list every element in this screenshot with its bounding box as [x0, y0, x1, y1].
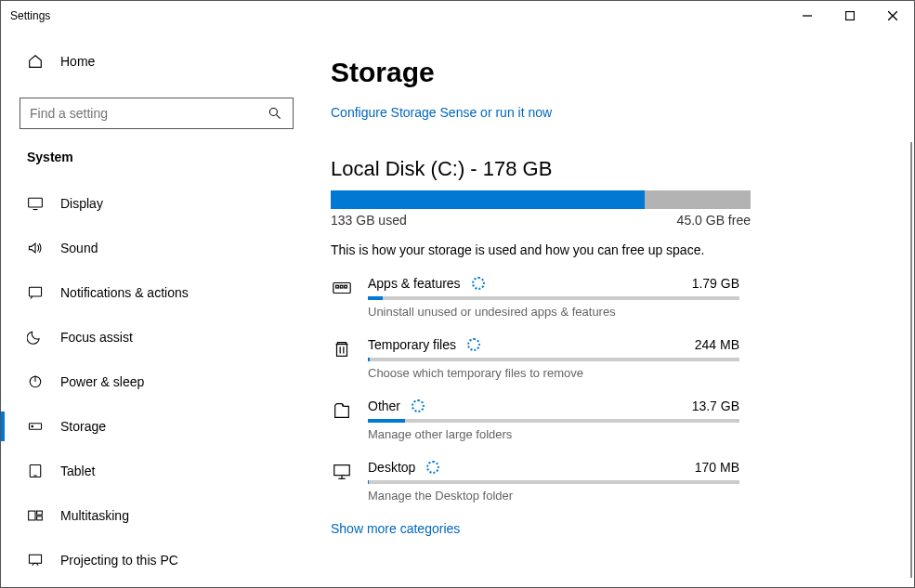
sidebar-item-focus-assist[interactable]: Focus assist [20, 315, 294, 359]
sidebar-item-label: Notifications & actions [60, 285, 189, 300]
svg-rect-6 [29, 198, 43, 207]
folder-icon [331, 399, 353, 441]
sidebar-item-label: Tablet [60, 464, 95, 478]
svg-rect-22 [345, 285, 347, 288]
disk-usage-bar [331, 190, 751, 209]
category-desktop[interactable]: Desktop 170 MB Manage the Desktop folder [331, 460, 739, 503]
svg-point-4 [269, 108, 277, 115]
category-subtitle: Uninstall unused or undesired apps & fea… [368, 305, 739, 319]
home-icon [27, 53, 44, 70]
titlebar: Settings [1, 1, 914, 31]
focus-assist-icon [27, 329, 44, 346]
sidebar-item-storage[interactable]: Storage [20, 404, 294, 449]
category-other[interactable]: Other 13.7 GB Manage other large folders [331, 399, 739, 441]
category-size: 1.79 GB [692, 276, 739, 291]
sidebar-item-display[interactable]: Display [20, 181, 294, 226]
home-label: Home [60, 54, 95, 69]
search-icon [267, 105, 283, 122]
loading-spinner-icon [412, 399, 425, 412]
power-icon [27, 373, 44, 390]
svg-line-5 [277, 115, 281, 119]
category-title: Other [368, 399, 400, 413]
sidebar-item-label: Sound [60, 241, 98, 255]
multitasking-icon [27, 507, 44, 524]
search-input[interactable] [30, 106, 267, 121]
category-size: 170 MB [695, 460, 739, 475]
svg-rect-20 [336, 285, 339, 288]
loading-spinner-icon [472, 277, 485, 290]
category-bar [368, 480, 739, 484]
display-icon [27, 195, 44, 212]
projecting-icon [27, 552, 44, 568]
category-size: 13.7 GB [692, 399, 739, 413]
page-heading: Storage [331, 57, 877, 88]
svg-rect-15 [29, 511, 35, 520]
loading-spinner-icon [426, 461, 439, 474]
minimize-button[interactable] [786, 1, 829, 31]
category-bar [368, 419, 739, 423]
trash-icon [331, 337, 353, 380]
category-size: 244 MB [695, 337, 739, 352]
category-subtitle: Choose which temporary files to remove [368, 366, 739, 380]
sidebar-item-label: Storage [60, 419, 106, 434]
show-more-categories-link[interactable]: Show more categories [331, 521, 460, 536]
maximize-button[interactable] [829, 1, 871, 31]
disk-used-label: 133 GB used [331, 213, 407, 228]
category-title: Temporary files [368, 337, 456, 352]
search-box[interactable] [20, 98, 294, 129]
svg-rect-18 [29, 555, 41, 563]
sidebar-item-tablet[interactable]: Tablet [20, 449, 294, 493]
disk-title: Local Disk (C:) - 178 GB [331, 157, 877, 181]
close-button[interactable] [871, 1, 914, 31]
sidebar-item-label: Focus assist [60, 330, 133, 345]
sidebar-item-label: Projecting to this PC [60, 553, 178, 568]
usage-description: This is how your storage is used and how… [331, 242, 877, 257]
sidebar-item-notifications[interactable]: Notifications & actions [20, 270, 294, 315]
category-heading: System [20, 150, 294, 164]
svg-point-12 [32, 425, 33, 427]
category-title: Apps & features [368, 276, 461, 291]
svg-rect-1 [846, 12, 855, 20]
loading-spinner-icon [467, 338, 480, 351]
svg-rect-17 [37, 516, 43, 520]
category-subtitle: Manage the Desktop folder [368, 489, 739, 503]
scrollbar[interactable] [910, 142, 912, 578]
category-bar [368, 296, 739, 300]
category-temporary-files[interactable]: Temporary files 244 MB Choose which temp… [331, 337, 739, 380]
svg-rect-16 [37, 511, 43, 515]
sidebar-item-projecting[interactable]: Projecting to this PC [20, 538, 294, 582]
svg-rect-23 [337, 345, 347, 357]
sidebar-item-label: Display [60, 196, 103, 211]
storage-icon [27, 418, 44, 435]
notifications-icon [27, 284, 44, 301]
configure-storage-sense-link[interactable]: Configure Storage Sense or run it now [331, 105, 552, 120]
tablet-icon [27, 463, 44, 479]
apps-icon [331, 276, 353, 319]
desktop-icon [331, 460, 353, 503]
window-title: Settings [10, 9, 50, 22]
sidebar-item-power-sleep[interactable]: Power & sleep [20, 359, 294, 404]
window-controls [786, 1, 914, 31]
svg-rect-26 [334, 465, 350, 476]
sidebar: Home System Display Sound Notifica [1, 31, 312, 587]
sidebar-item-sound[interactable]: Sound [20, 226, 294, 270]
sidebar-item-multitasking[interactable]: Multitasking [20, 493, 294, 538]
svg-rect-21 [340, 285, 343, 288]
home-nav[interactable]: Home [20, 42, 294, 81]
category-subtitle: Manage other large folders [368, 427, 739, 441]
svg-rect-8 [29, 287, 41, 296]
disk-usage-fill [331, 190, 645, 209]
category-title: Desktop [368, 460, 415, 475]
category-bar [368, 358, 739, 361]
main-panel: Storage Configure Storage Sense or run i… [312, 31, 914, 587]
sidebar-item-label: Power & sleep [60, 374, 144, 389]
category-apps-features[interactable]: Apps & features 1.79 GB Uninstall unused… [331, 276, 739, 319]
disk-free-label: 45.0 GB free [677, 213, 751, 228]
sound-icon [27, 240, 44, 256]
sidebar-item-label: Multitasking [60, 508, 129, 523]
